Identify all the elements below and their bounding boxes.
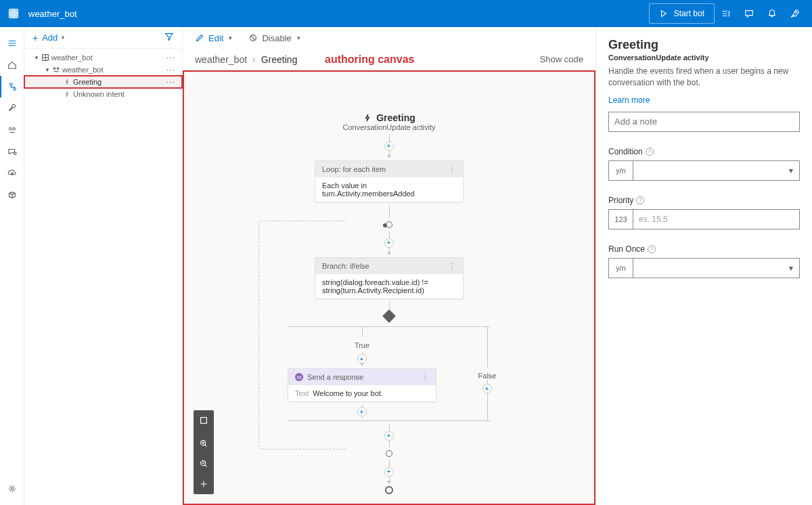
decision-diamond-icon [382,309,396,323]
more-icon[interactable]: ··· [166,77,175,87]
caret-down-icon[interactable]: ▼ [32,55,41,61]
card-more-icon[interactable]: ··· [449,262,456,269]
rail-qna-icon[interactable] [0,141,24,162]
notifications-icon[interactable] [761,0,784,27]
disable-button[interactable]: Disable ▾ [248,33,300,43]
breadcrumb-sep: › [252,54,256,65]
zoom-out-button[interactable] [194,454,214,474]
chat-icon[interactable] [738,0,761,27]
props-subtitle: ConversationUpdate activity [608,53,800,62]
add-button[interactable]: + Add ▾ [32,32,64,43]
runonce-prefix: y/n [609,259,633,278]
runonce-input[interactable]: y/n ▾ [608,258,800,278]
false-label: False [478,372,497,380]
tree-root[interactable]: ▼ weather_bot ··· [24,51,182,64]
svg-point-5 [14,152,16,155]
properties-panel: Greeting ConversationUpdate activity Han… [595,27,812,505]
more-icon[interactable]: ··· [166,53,175,62]
add-node-button[interactable]: + [384,238,394,248]
add-node-button[interactable]: + [384,141,394,151]
rail-design-icon[interactable] [0,76,24,97]
center-button[interactable] [194,474,214,494]
edit-label: Edit [208,33,223,43]
help-icon[interactable]: ? [648,245,656,253]
card-more-icon[interactable]: ··· [422,373,429,380]
tree-greeting[interactable]: Greeting ··· [24,76,182,88]
svg-point-1 [9,83,12,86]
lightning-icon [62,79,72,85]
rail-settings-icon[interactable] [0,478,24,500]
edit-button[interactable]: Edit ▾ [195,33,232,43]
condition-input[interactable]: y/n ▾ [608,160,800,181]
svg-point-9 [57,68,59,70]
rocket-icon[interactable] [784,0,807,27]
tree-unknown-label: Unknown intent [72,90,125,98]
more-icon[interactable]: ··· [166,65,175,74]
response-bullet-icon: M [295,373,303,381]
svg-point-6 [11,487,14,490]
loop-card-body: Each value in turn.Activity.membersAdded [315,177,463,202]
rail-publish-icon[interactable] [0,162,24,184]
chevron-down-icon: ▾ [297,35,300,41]
chevron-down-icon[interactable]: ▾ [783,259,799,278]
learn-more-link[interactable]: Learn more [608,95,650,105]
authoring-canvas[interactable]: Greeting ConversationUpdate activity + L… [183,70,595,505]
chevron-down-icon: ▾ [229,35,232,41]
add-node-button[interactable]: + [357,407,367,416]
add-label: Add [42,32,58,43]
rail-home-icon[interactable] [0,54,24,76]
zoom-in-button[interactable] [194,433,214,454]
note-input[interactable] [608,112,800,132]
priority-placeholder: ex. 15.5 [633,210,799,229]
add-node-button[interactable]: + [482,384,492,393]
project-icon [41,53,50,62]
loop-end-icon [386,450,392,457]
tree-bot[interactable]: ▼ weather_bot ··· [24,64,182,76]
trigger-header[interactable]: Greeting ConversationUpdate activity [343,112,436,131]
add-node-button[interactable]: + [384,467,394,477]
rail-bot2-icon[interactable] [0,119,24,141]
app-logo-icon [5,5,22,22]
svg-point-14 [203,483,204,485]
add-node-button[interactable]: + [384,431,394,441]
annotation-label: authoring canvas [325,53,414,66]
caret-down-icon[interactable]: ▼ [43,67,51,73]
breadcrumb-root[interactable]: weather_bot [195,54,247,65]
chevron-down-icon[interactable]: ▾ [783,161,799,180]
svg-point-3 [9,128,12,131]
send-body-text: Welcome to your bot. [313,389,383,397]
branch-card-body: string(dialog.foreach.value.id) != strin… [315,274,463,299]
branch-card-header: Branch: if/else [322,262,369,270]
disable-label: Disable [262,33,291,43]
loop-card-header: Loop: for each item [322,165,386,173]
left-rail [0,27,24,505]
send-card-header: Send a response [307,373,363,381]
help-icon[interactable]: ? [646,148,654,156]
runonce-label: Run Once [608,244,645,254]
priority-label: Priority [608,196,633,205]
filter-icon[interactable] [164,32,174,43]
priority-input[interactable]: 123 ex. 15.5 [608,209,800,229]
svg-point-2 [13,88,16,91]
bot-icon [51,65,61,74]
tree-greeting-label: Greeting [72,78,102,86]
add-node-button[interactable]: + [357,354,367,364]
tree-unknown[interactable]: Unknown intent [24,88,182,100]
show-code-button[interactable]: Show code [540,54,583,64]
tree-root-label: weather_bot [50,53,93,62]
help-icon[interactable]: ? [636,196,644,204]
loop-card[interactable]: Loop: for each item··· Each value in tur… [315,160,464,202]
svg-point-4 [12,128,15,131]
card-more-icon[interactable]: ··· [449,165,456,173]
branch-card[interactable]: Branch: if/else··· string(dialog.foreach… [315,257,464,299]
toggle-panel-icon[interactable] [715,0,738,27]
fit-view-button[interactable] [194,410,214,431]
start-bot-label: Start bot [674,9,704,18]
start-bot-button[interactable]: Start bot [649,3,715,24]
svg-rect-11 [201,418,207,424]
send-response-card[interactable]: MSend a response··· TextWelcome to your … [288,368,436,402]
props-description: Handle the events fired when a user begi… [608,66,800,89]
rail-hamburger-icon[interactable] [0,32,24,54]
rail-wrench-icon[interactable] [0,97,24,119]
rail-package-icon[interactable] [0,184,24,206]
